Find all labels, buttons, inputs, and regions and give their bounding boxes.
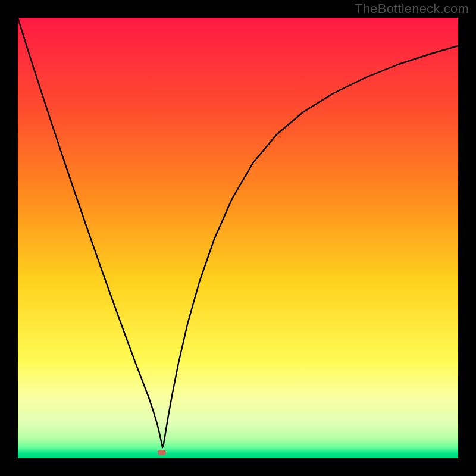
plot-area: [18, 18, 458, 458]
gradient-background: [18, 18, 458, 458]
minimum-marker: [158, 450, 166, 455]
chart-container: TheBottleneck.com: [0, 0, 476, 476]
chart-svg: [18, 18, 458, 458]
watermark-text: TheBottleneck.com: [355, 1, 469, 17]
